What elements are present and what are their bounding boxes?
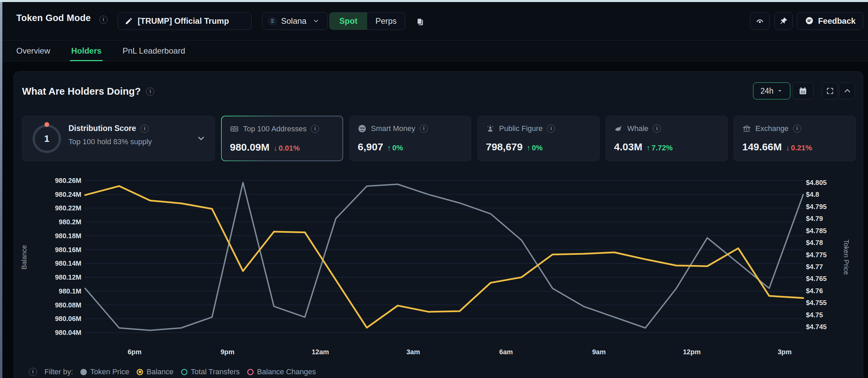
card-title: Exchange	[755, 124, 789, 133]
collapse-button[interactable]	[839, 82, 855, 99]
info-icon[interactable]	[653, 125, 661, 133]
card-delta: 0%	[527, 144, 542, 152]
info-icon[interactable]	[420, 125, 428, 133]
legend-item-balance-changes[interactable]: Balance Changes	[247, 367, 316, 376]
page-title: Token God Mode	[16, 13, 91, 23]
card-value-row: 4.03M 7.72%	[614, 141, 673, 153]
info-icon[interactable]	[311, 125, 319, 133]
card-value: 980.09M	[230, 141, 270, 153]
info-icon[interactable]	[99, 16, 107, 24]
card-value-row: 149.66M 0.21%	[742, 141, 812, 153]
total-transfers-ring-icon	[181, 369, 188, 375]
card-title: Smart Money	[371, 124, 415, 133]
card-subtitle: Top 100 hold 83% supply	[68, 137, 152, 146]
spot-tab[interactable]: Spot	[330, 13, 367, 30]
chevron-down-icon	[777, 88, 783, 94]
card-title-row: Exchange	[742, 124, 801, 133]
tab-pnl-leaderboard[interactable]: PnL Leaderboard	[122, 40, 185, 61]
token-selector-button[interactable]: [TRUMP] Official Trump	[118, 12, 252, 30]
top-100-addresses-card[interactable]: Top 100 Addresses 980.09M 0.01%	[221, 116, 343, 161]
balance-radio-icon	[137, 369, 143, 375]
card-value-row: 798,679 0%	[486, 141, 542, 153]
card-title: Top 100 Addresses	[243, 125, 307, 133]
copy-icon	[415, 17, 425, 27]
score-value: 1	[44, 134, 49, 144]
card-value: 6,907	[358, 141, 383, 153]
top-toolbar: Token God Mode [TRUMP] Official Trump	[2, 2, 868, 40]
card-title-row: Distribution Score	[68, 124, 149, 133]
chain-selector[interactable]: Solana	[262, 12, 328, 30]
card-title: Distribution Score	[68, 124, 136, 133]
chevron-up-icon	[843, 87, 851, 95]
window-edge-scrollbar[interactable]	[0, 2, 2, 378]
page-tabs: Overview Holders PnL Leaderboard	[2, 40, 868, 61]
info-icon[interactable]	[29, 368, 37, 376]
page-header: Token God Mode [TRUMP] Official Trump	[2, 2, 868, 61]
info-icon[interactable]	[140, 125, 149, 133]
banknote-icon	[230, 125, 239, 133]
token-price-dot-icon	[80, 369, 87, 375]
watch-button[interactable]	[750, 12, 770, 30]
arrow-down-icon	[786, 144, 790, 152]
tab-holders[interactable]: Holders	[71, 40, 101, 61]
exchange-bank-icon	[742, 124, 751, 133]
info-icon[interactable]	[793, 125, 801, 133]
feedback-bubble-icon	[805, 16, 814, 26]
card-value-row: 6,907 0%	[358, 141, 403, 153]
pin-button[interactable]	[774, 12, 793, 30]
info-icon[interactable]	[146, 88, 154, 96]
copy-address-button[interactable]	[414, 16, 426, 28]
chart-filter-legend: Filter by: Token Price Balance Total Tra…	[29, 367, 316, 376]
card-title-row: Smart Money	[358, 124, 428, 133]
card-title-row: Public Figure	[486, 124, 555, 133]
section-title: What Are Holders Doing?	[22, 86, 141, 97]
smart-money-icon	[358, 124, 367, 133]
arrow-down-icon	[274, 144, 277, 153]
card-value-row: 980.09M 0.01%	[230, 141, 300, 153]
legend-item-token-price[interactable]: Token Price	[80, 367, 129, 376]
solana-icon	[268, 17, 277, 26]
arrow-up-icon	[646, 144, 650, 152]
eye-icon	[755, 17, 764, 25]
calendar-button[interactable]	[792, 82, 813, 99]
calendar-icon	[798, 87, 807, 95]
arrow-up-icon	[387, 144, 391, 152]
card-value: 149.66M	[742, 141, 782, 153]
token-god-mode-page: Token God Mode [TRUMP] Official Trump	[0, 0, 868, 378]
perps-tab[interactable]: Perps	[367, 13, 405, 30]
card-delta: 0%	[387, 144, 403, 152]
legend-item-total-transfers[interactable]: Total Transfers	[181, 367, 240, 376]
chevron-down-icon[interactable]	[196, 134, 206, 143]
score-gauge: 1	[33, 125, 61, 153]
chevron-down-icon	[313, 18, 319, 24]
card-title: Whale	[627, 124, 648, 133]
pin-icon	[779, 17, 788, 25]
card-title: Public Figure	[499, 124, 542, 133]
score-gauge-dot	[44, 122, 49, 127]
feedback-button[interactable]: Feedback	[797, 12, 863, 30]
info-icon[interactable]	[547, 125, 555, 133]
smart-money-card[interactable]: Smart Money 6,907 0%	[349, 116, 471, 161]
arrow-up-icon	[527, 144, 530, 152]
card-value: 4.03M	[614, 141, 642, 153]
filter-label: Filter by:	[44, 367, 73, 376]
timeframe-value: 24h	[761, 87, 773, 96]
whale-card[interactable]: Whale 4.03M 7.72%	[606, 116, 728, 161]
tab-overview[interactable]: Overview	[16, 40, 50, 61]
public-figure-card[interactable]: Public Figure 798,679 0%	[477, 116, 599, 161]
card-delta: 0.01%	[274, 144, 300, 153]
public-figure-icon	[486, 124, 495, 133]
card-delta: 0.21%	[786, 144, 812, 152]
exchange-card[interactable]: Exchange 149.66M 0.21%	[734, 116, 856, 161]
legend-item-balance[interactable]: Balance	[137, 367, 174, 376]
timeframe-select[interactable]: 24h	[753, 82, 790, 99]
market-type-toggle: Spot Perps	[329, 12, 405, 30]
distribution-score-card[interactable]: 1 Distribution Score Top 100 hold 83% su…	[22, 116, 215, 161]
card-delta: 7.72%	[646, 144, 672, 152]
chain-selector-label: Solana	[281, 16, 307, 26]
token-selector-label: [TRUMP] Official Trump	[138, 16, 229, 26]
holders-chart-plot-area[interactable]	[85, 171, 804, 344]
whale-icon	[614, 124, 623, 133]
card-title-row: Top 100 Addresses	[230, 125, 319, 133]
fullscreen-button[interactable]	[822, 82, 838, 99]
